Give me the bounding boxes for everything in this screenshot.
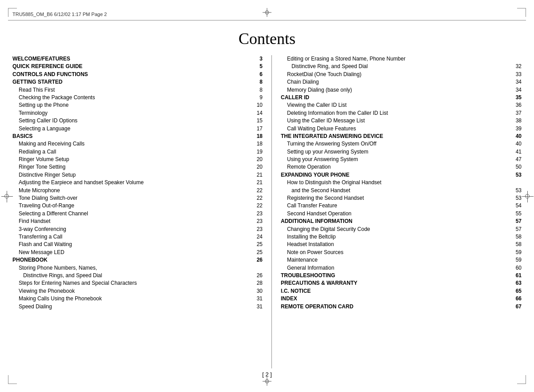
toc-page-number: 50 [511, 163, 522, 171]
toc-entry: How to Distinguish the Original Handset [281, 179, 522, 186]
toc-page-number: 25 [252, 249, 263, 256]
toc-entry: Distinctive Ringer Setup21 [12, 171, 263, 179]
toc-page-number: 61 [511, 272, 522, 279]
toc-entry: Steps for Entering Names and Special Cha… [12, 279, 263, 287]
toc-page-number: 17 [252, 125, 263, 133]
toc-entry: Adjusting the Earpiece and handset Speak… [12, 179, 263, 186]
toc-entry: Making and Receiving Calls18 [12, 140, 263, 148]
toc-page-number: 36 [511, 101, 522, 109]
toc-page-number: 53 [511, 194, 522, 202]
toc-entry: Setting up your Answering System41 [281, 148, 522, 156]
toc-entry: Using your Answering System47 [281, 156, 522, 163]
toc-label: EXPANDING YOUR PHONE [281, 171, 511, 179]
toc-page-number: 59 [511, 249, 522, 256]
toc-entry: Tone Dialing Switch-over22 [12, 194, 263, 202]
toc-page-number: 14 [252, 109, 263, 117]
toc-page-number: 10 [252, 101, 263, 109]
toc-entry: PHONEBOOK26 [12, 256, 263, 264]
toc-label: QUICK REFERENCE GUIDE [12, 63, 252, 70]
toc-label: Setting Caller ID Options [19, 117, 252, 125]
toc-label: REMOTE OPERATION CARD [281, 303, 511, 311]
toc-page-number: 23 [252, 210, 263, 218]
toc-label: Flash and Call Waiting [19, 241, 252, 248]
toc-page-number: 18 [252, 140, 263, 148]
toc-entry: CONTROLS AND FUNCTIONS6 [12, 71, 263, 78]
toc-page-number: 22 [252, 194, 263, 202]
toc-label: PHONEBOOK [12, 256, 252, 264]
toc-page-number: 65 [511, 287, 522, 295]
toc-label: INDEX [281, 295, 511, 303]
toc-label: Steps for Entering Names and Special Cha… [19, 279, 252, 287]
toc-label: Turning the Answering System On/Off [287, 140, 511, 148]
toc-label: How to Distinguish the Original Handset [287, 179, 522, 186]
toc-entry: INDEX66 [281, 295, 522, 303]
header-bar: TRU5885_OM_B6 6/12/02 1:17 PM Page 2 [8, 8, 526, 20]
toc-entry: CALLER ID35 [281, 94, 522, 101]
toc-page-number: 59 [511, 256, 522, 264]
toc-entry: Flash and Call Waiting25 [12, 241, 263, 248]
toc-label: Selecting a Language [19, 125, 252, 133]
toc-entry: Editing or Erasing a Stored Name, Phone … [281, 55, 522, 63]
toc-entry: WELCOME/FEATURES3 [12, 55, 263, 63]
toc-page-number: 24 [252, 233, 263, 241]
toc-label: Making and Receiving Calls [19, 140, 252, 148]
toc-entry: Read This First8 [12, 86, 263, 94]
toc-label: Viewing the Caller ID List [287, 101, 511, 109]
toc-label: Making Calls Using the Phonebook [19, 295, 252, 303]
toc-label: RocketDial (One Touch Dialing) [287, 71, 511, 78]
toc-label: Ringer Volume Setup [19, 156, 252, 163]
toc-label: CONTROLS AND FUNCTIONS [12, 71, 252, 78]
toc-entry: Deleting Information from the Caller ID … [281, 109, 522, 117]
toc-label: Transferring a Call [19, 233, 252, 241]
toc-page-number: 20 [252, 163, 263, 171]
toc-page-number: 53 [511, 187, 522, 194]
toc-entry: Call Waiting Deluxe Features39 [281, 125, 522, 133]
toc-page-number: 6 [252, 71, 263, 78]
toc-page-number: 55 [511, 210, 522, 218]
toc-page-number: 3 [252, 55, 263, 63]
toc-label: Second Handset Operation [287, 210, 511, 218]
toc-label: 3-way Conferencing [19, 226, 252, 233]
toc-page-number: 60 [511, 264, 522, 272]
toc-page-number: 38 [511, 117, 522, 125]
toc-page-number: 58 [511, 233, 522, 241]
toc-entry: Distinctive Rings, and Speed Dial26 [12, 272, 263, 279]
toc-entry: Selecting a Different Channel23 [12, 210, 263, 218]
toc-page-number: 8 [252, 78, 263, 86]
toc-page-number: 21 [252, 179, 263, 186]
toc-label: Setting up your Answering System [287, 148, 511, 156]
toc-left-column: WELCOME/FEATURES3QUICK REFERENCE GUIDE5C… [12, 55, 267, 368]
toc-page-number: 21 [252, 171, 263, 179]
toc-entry: Chain Dialing34 [281, 78, 522, 86]
registration-mark-right [525, 194, 530, 198]
toc-page-number: 40 [511, 140, 522, 148]
toc-label: Distinctive Ring, and Speed Dial [291, 63, 511, 70]
page-title: Contents [12, 29, 522, 48]
toc-page-number: 18 [252, 133, 263, 140]
toc-entry: REMOTE OPERATION CARD67 [281, 303, 522, 311]
toc-label: PRECAUTIONS & WARRANTY [281, 279, 511, 287]
toc-label: Redialing a Call [19, 148, 252, 156]
toc-page-number: 63 [511, 279, 522, 287]
toc-page-number: 31 [252, 295, 263, 303]
toc-label: ADDITIONAL INFORMATION [281, 218, 511, 225]
toc-label: I.C. NOTICE [281, 287, 511, 295]
toc-page-number: 5 [252, 63, 263, 70]
toc-entry: Remote Operation50 [281, 163, 522, 171]
toc-page-number: 57 [511, 226, 522, 233]
toc-page-number: 20 [252, 156, 263, 163]
toc-label: WELCOME/FEATURES [12, 55, 252, 63]
toc-entry: Second Handset Operation55 [281, 210, 522, 218]
toc-entry: QUICK REFERENCE GUIDE5 [12, 63, 263, 70]
toc-label: Using the Caller ID Message List [287, 117, 511, 125]
toc-page-number: 57 [511, 218, 522, 225]
toc-entry: Ringer Tone Setting20 [12, 163, 263, 171]
toc-page-number: 28 [252, 279, 263, 287]
toc-entry: EXPANDING YOUR PHONE53 [281, 171, 522, 179]
toc-page-number: 58 [511, 241, 522, 248]
toc-page-number: 34 [511, 78, 522, 86]
toc-entry: Making Calls Using the Phonebook31 [12, 295, 263, 303]
toc-page-number: 22 [252, 202, 263, 210]
toc-page-number: 22 [252, 187, 263, 194]
toc-entry: Distinctive Ring, and Speed Dial32 [281, 63, 522, 70]
